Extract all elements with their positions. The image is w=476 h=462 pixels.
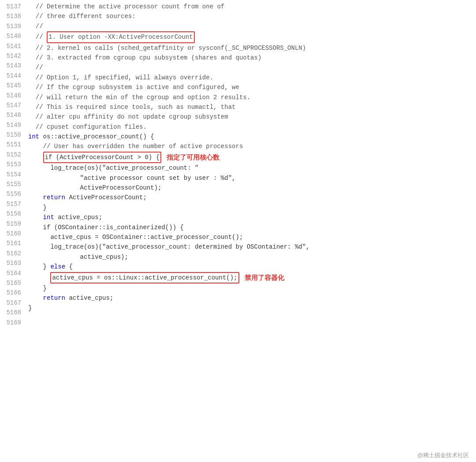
line-number: 5168 xyxy=(4,308,21,317)
code-comment: // 2. kernel os calls (sched_getaffinity… xyxy=(28,43,306,53)
code-line: // will return the min of the cgroup and… xyxy=(28,93,472,102)
code-line: // cpuset configuration files. xyxy=(28,122,472,132)
code-normal: active_cpus; xyxy=(54,212,102,222)
code-line: } xyxy=(28,303,472,313)
code-line: // 1. User option -XX:ActiveProcessorCou… xyxy=(28,31,472,43)
highlighted-code-box: active_cpus = os::Linux::active_processo… xyxy=(50,272,239,283)
code-comment: // three different sources: xyxy=(28,11,136,21)
code-comment: // will return the min of the cgroup and… xyxy=(28,93,250,102)
code-normal xyxy=(28,273,50,283)
code-line: // Determine the active processor count … xyxy=(28,2,472,11)
line-number: 5153 xyxy=(4,160,21,169)
line-number: 5157 xyxy=(4,199,21,209)
code-normal: log_trace(os)("active_processor_count: " xyxy=(28,163,198,173)
code-keyword: int xyxy=(28,212,54,222)
code-normal: active_cpus); xyxy=(28,252,128,262)
code-line: if (OSContainer::is_containerized()) { xyxy=(28,223,472,232)
line-number: 5152 xyxy=(4,150,21,160)
code-normal: ActiveProcessorCount; xyxy=(65,193,147,202)
code-normal: active_cpus; xyxy=(65,293,113,303)
code-line: return ActiveProcessorCount; xyxy=(28,193,472,202)
code-comment: // This is required since tools, such as… xyxy=(28,102,235,112)
code-normal: } xyxy=(28,262,50,272)
code-line: // 3. extracted from cgroup cpu subsyste… xyxy=(28,53,472,63)
line-number: 5147 xyxy=(4,101,21,110)
line-number: 5137 xyxy=(4,2,21,11)
highlighted-code-box: 1. User option -XX:ActiveProcessorCount xyxy=(47,31,195,43)
line-number: 5144 xyxy=(4,71,21,81)
code-normal: } xyxy=(28,303,32,313)
code-comment: // Option 1, if specified, will always o… xyxy=(28,73,213,82)
code-keyword: return xyxy=(28,293,65,303)
line-number: 5169 xyxy=(4,318,21,328)
code-line: ActiveProcessorCount); xyxy=(28,183,472,193)
line-number: 5149 xyxy=(4,120,21,130)
line-number: 5141 xyxy=(4,41,21,51)
code-comment: // xyxy=(28,63,43,72)
code-annotation: 指定了可用核心数 xyxy=(167,152,219,163)
code-normal: ActiveProcessorCount); xyxy=(28,183,161,193)
line-number: 5150 xyxy=(4,130,21,140)
line-number: 5143 xyxy=(4,61,21,71)
code-normal: os::active_processor_count() { xyxy=(39,132,154,142)
code-line: int active_cpus; xyxy=(28,212,472,222)
code-line: // three different sources: xyxy=(28,11,472,21)
code-line: // Option 1, if specified, will always o… xyxy=(28,73,472,82)
line-number: 5159 xyxy=(4,219,21,229)
code-comment: // If the cgroup subsystem is active and… xyxy=(28,82,239,92)
code-comment: // Determine the active processor count … xyxy=(28,2,224,11)
code-line: // xyxy=(28,22,472,31)
code-comment: // 3. extracted from cgroup cpu subsyste… xyxy=(28,53,261,63)
line-number: 5163 xyxy=(4,258,21,268)
line-number: 5140 xyxy=(4,31,21,41)
line-number: 5167 xyxy=(4,298,21,308)
line-number: 5138 xyxy=(4,11,21,21)
code-line: // User has overridden the number of act… xyxy=(28,142,472,151)
code-line: active_cpus = OSContainer::active_proces… xyxy=(28,232,472,242)
code-comment: // xyxy=(28,22,43,31)
code-annotation: 禁用了容器化 xyxy=(245,272,284,283)
code-line: "active processor count set by user : %d… xyxy=(28,173,472,183)
line-number: 5151 xyxy=(4,140,21,149)
line-number: 5164 xyxy=(4,268,21,278)
code-normal xyxy=(28,153,43,162)
code-keyword: return xyxy=(28,193,65,202)
code-line: } xyxy=(28,283,472,293)
code-line: // 2. kernel os calls (sched_getaffinity… xyxy=(28,43,472,53)
code-line: active_cpus); xyxy=(28,252,472,262)
line-number: 5156 xyxy=(4,189,21,199)
code-content: // Determine the active processor count … xyxy=(25,2,476,313)
code-line: return active_cpus; xyxy=(28,293,472,303)
code-line: // alter cpu affinity do not update cgro… xyxy=(28,112,472,122)
code-line: // xyxy=(28,63,472,72)
code-line: // If the cgroup subsystem is active and… xyxy=(28,82,472,92)
code-comment: // User has overridden the number of act… xyxy=(28,142,243,151)
line-number: 5154 xyxy=(4,170,21,179)
code-normal: active_cpus = OSContainer::active_proces… xyxy=(28,232,243,242)
code-keyword: else xyxy=(50,262,65,272)
code-line: } else { xyxy=(28,262,472,272)
code-line: log_trace(os)("active_processor_count: " xyxy=(28,163,472,173)
line-number: 5139 xyxy=(4,22,21,31)
line-number-column: 5137513851395140514151425143514451455146… xyxy=(0,2,25,460)
code-line: } xyxy=(28,203,472,212)
code-normal: } xyxy=(28,203,47,212)
line-number: 5155 xyxy=(4,179,21,189)
line-number: 5142 xyxy=(4,51,21,61)
code-normal: "active processor count set by user : %d… xyxy=(28,173,235,183)
line-number: 5162 xyxy=(4,249,21,258)
line-number: 5166 xyxy=(4,288,21,298)
highlighted-code-box: if (ActiveProcessorCount > 0) { xyxy=(43,152,161,163)
code-normal: if (OSContainer::is_containerized()) { xyxy=(28,223,184,232)
code-comment: // xyxy=(28,32,47,42)
code-comment: // alter cpu affinity do not update cgro… xyxy=(28,112,228,122)
code-normal: log_trace(os)("active_processor_count: d… xyxy=(28,242,310,252)
code-keyword: int xyxy=(28,132,39,142)
line-number: 5145 xyxy=(4,81,21,90)
code-line: log_trace(os)("active_processor_count: d… xyxy=(28,242,472,252)
line-number: 5165 xyxy=(4,278,21,288)
code-line: if (ActiveProcessorCount > 0) {指定了可用核心数 xyxy=(28,152,472,163)
watermark: @稀土掘金技术社区 xyxy=(417,451,469,460)
code-line: int os::active_processor_count() { xyxy=(28,132,472,142)
line-number: 5158 xyxy=(4,209,21,219)
